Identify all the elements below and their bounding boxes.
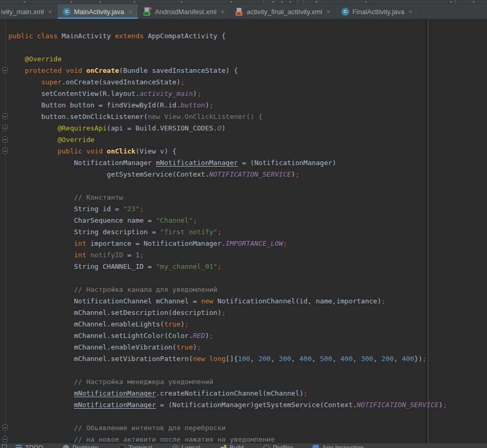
code-line[interactable]: @Override bbox=[8, 134, 487, 146]
code-token: ; bbox=[209, 332, 214, 340]
code-line[interactable]: // Константы bbox=[8, 192, 487, 203]
code-line[interactable]: String id = "23"; bbox=[8, 203, 487, 215]
editor-tab[interactable]: CFinalActtivity.java× bbox=[336, 4, 418, 19]
code-token: 100 bbox=[238, 355, 250, 363]
code-line[interactable]: // Настройка менеджера уведомлений bbox=[8, 376, 487, 388]
code-line[interactable]: protected void onCreate(Bundle savedInst… bbox=[8, 65, 487, 77]
tool-window-button-terminal[interactable]: Terminal bbox=[119, 444, 152, 448]
code-line[interactable]: public class MainActivity extends AppCom… bbox=[8, 30, 487, 42]
window-layout-icon[interactable] bbox=[2, 444, 7, 448]
code-line[interactable]: mChannel.setVibrationPattern(new long[]{… bbox=[8, 353, 487, 365]
tool-window-button-profiler[interactable]: Profiler bbox=[263, 444, 293, 448]
run-configuration-group[interactable] bbox=[303, 0, 456, 4]
code-token: NotificationChannel(id, name,importance) bbox=[213, 297, 381, 305]
tool-window-button-todo[interactable]: TODO bbox=[16, 444, 43, 448]
toolbar-icon[interactable] bbox=[290, 1, 291, 3]
code-line[interactable]: getSystemService(Context.NOTIFICATION_SE… bbox=[8, 169, 487, 180]
code-line[interactable]: mChannel.setLightColor(Color.RED); bbox=[8, 330, 487, 342]
code-token: MainActivity bbox=[62, 32, 115, 40]
code-line[interactable]: // на новое активити после нажатия на ув… bbox=[8, 434, 487, 444]
editor-tab[interactable]: XLactivity_final_acttivity.xml× bbox=[230, 4, 336, 19]
code-token: (api = Build.VERSION_CODES. bbox=[107, 124, 217, 132]
code-token: NOTIFICATION_SERVICE bbox=[357, 401, 439, 409]
close-tab-icon[interactable]: × bbox=[220, 8, 225, 15]
fold-marker-icon[interactable] bbox=[2, 136, 8, 143]
editor-tab[interactable]: ivity_main.xml× bbox=[0, 4, 58, 19]
toolbar-icon[interactable] bbox=[230, 1, 232, 3]
close-tab-icon[interactable]: × bbox=[128, 8, 132, 15]
build-icon bbox=[220, 445, 227, 448]
toolbar-icon[interactable] bbox=[365, 1, 367, 3]
editor-tab[interactable]: CMainActivity.java× bbox=[58, 4, 138, 19]
code-line[interactable] bbox=[8, 42, 487, 53]
code-token: ; bbox=[443, 401, 447, 409]
code-line[interactable]: public void onClick(View v) { bbox=[8, 146, 487, 157]
toolbar-icon[interactable] bbox=[99, 1, 101, 3]
code-token: int bbox=[74, 239, 86, 247]
fold-marker-icon[interactable] bbox=[2, 148, 8, 154]
code-line[interactable]: mChannel.setDescription(description); bbox=[8, 307, 487, 319]
close-tab-icon[interactable]: × bbox=[326, 8, 330, 15]
toolbar-icon[interactable] bbox=[281, 1, 283, 3]
code-line[interactable]: String CHANNEL_ID = "my_channel_01"; bbox=[8, 261, 487, 272]
layout-xml-file-icon: XL bbox=[236, 8, 244, 16]
code-line[interactable]: CharSequence name = "Channel"; bbox=[8, 215, 487, 226]
code-line[interactable]: NotificationManager mNotificationManager… bbox=[8, 157, 487, 169]
code-token: int bbox=[74, 251, 86, 259]
code-line[interactable]: mNotificationManager.createNotificationC… bbox=[8, 388, 487, 399]
run-icon[interactable] bbox=[316, 1, 317, 3]
tool-window-button-logcat[interactable]: Logcat bbox=[172, 444, 201, 448]
code-line[interactable]: // Настройка канала для уведомлений bbox=[8, 284, 487, 296]
code-line[interactable]: mChannel.enableVibration(true); bbox=[8, 342, 487, 353]
toolbar-icon[interactable] bbox=[24, 1, 25, 3]
code-token: ; bbox=[185, 320, 189, 328]
code-line[interactable]: // Обьявление интентов для переброски bbox=[8, 422, 487, 434]
toolbar-icon[interactable] bbox=[181, 1, 182, 3]
code-line[interactable]: Button button = findViewById(R.id.button… bbox=[8, 100, 487, 111]
code-token: RED bbox=[193, 332, 205, 340]
fold-marker-icon[interactable] bbox=[2, 113, 8, 119]
code-line[interactable]: mNotificationManager = (NotificationMana… bbox=[8, 399, 487, 411]
code-token: ; bbox=[197, 343, 201, 351]
code-token: // на новое активити после нажатия на ув… bbox=[74, 435, 275, 443]
code-line[interactable]: @Override bbox=[8, 53, 487, 65]
code-token: 400 bbox=[340, 355, 352, 363]
code-editor[interactable]: public class MainActivity extends AppCom… bbox=[0, 19, 487, 444]
toolbar-icon[interactable] bbox=[473, 1, 474, 3]
editor-tab[interactable]: MFAndroidManifest.xml× bbox=[138, 4, 230, 19]
device-selector-button[interactable] bbox=[263, 0, 298, 4]
code-token: mNotificationManager bbox=[74, 389, 156, 397]
code-token: ; bbox=[139, 251, 143, 259]
fold-marker-icon[interactable] bbox=[2, 67, 8, 73]
code-line[interactable]: super.onCreate(savedInstanceState); bbox=[8, 77, 487, 88]
fold-marker-icon[interactable] bbox=[2, 424, 8, 431]
code-token: "my_channel_01" bbox=[156, 263, 217, 270]
tool-window-button-problems[interactable]: Problems bbox=[63, 444, 99, 448]
code-line[interactable]: int importance = NotificationManager.IMP… bbox=[8, 238, 487, 249]
code-token: Button button = findViewById(R.id. bbox=[41, 101, 181, 109]
code-line[interactable]: button.setOnClickListener(new View.OnCli… bbox=[8, 111, 487, 123]
code-line[interactable]: String description = "first notify"; bbox=[8, 226, 487, 238]
run-icon[interactable] bbox=[272, 1, 274, 3]
code-line[interactable] bbox=[8, 365, 487, 376]
code-line[interactable] bbox=[8, 180, 487, 192]
toolbar-icon[interactable] bbox=[71, 1, 72, 3]
tool-window-button-app-inspection[interactable]: App Inspection bbox=[313, 444, 363, 448]
code-line[interactable]: NotificationChannel mChannel = new Notif… bbox=[8, 296, 487, 307]
toolbar-icon[interactable] bbox=[134, 1, 135, 3]
close-tab-icon[interactable]: × bbox=[408, 8, 413, 15]
code-token: .createNotificationChannel(mChannel) bbox=[156, 389, 304, 397]
close-tab-icon[interactable]: × bbox=[48, 8, 52, 15]
code-line[interactable]: mChannel.enableLights(true); bbox=[8, 319, 487, 330]
code-line[interactable]: @RequiresApi(api = Build.VERSION_CODES.O… bbox=[8, 123, 487, 134]
code-line[interactable] bbox=[8, 411, 487, 422]
tool-window-button-build[interactable]: Build bbox=[220, 444, 244, 448]
fold-marker-icon[interactable] bbox=[2, 436, 8, 442]
code-token: }) bbox=[414, 355, 423, 363]
toolbar-icon[interactable] bbox=[450, 1, 452, 3]
code-line[interactable]: setContentView(R.layout.activity_main); bbox=[8, 88, 487, 100]
code-line[interactable] bbox=[8, 272, 487, 284]
fold-marker-icon[interactable] bbox=[2, 125, 8, 131]
code-line[interactable]: int notifyID = 1; bbox=[8, 249, 487, 261]
code-token: ; bbox=[197, 90, 201, 97]
